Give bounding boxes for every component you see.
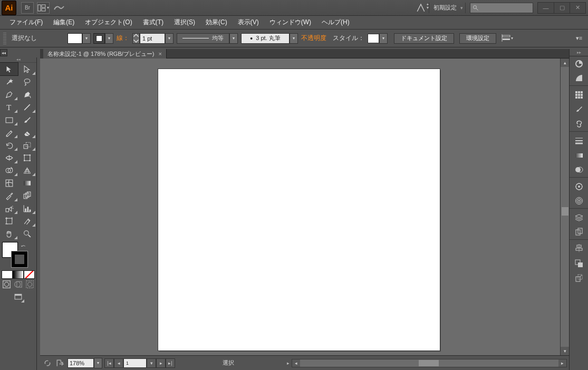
style-dd[interactable]: ▾ — [379, 33, 388, 44]
nav-next[interactable]: ▸ — [156, 358, 166, 368]
maximize-button[interactable]: ▢ — [554, 3, 570, 13]
stroke-profile[interactable]: 均等 — [177, 33, 229, 44]
type-tool[interactable]: T — [0, 101, 18, 113]
align-to-button[interactable]: ▾ — [502, 33, 513, 44]
artboard-tool[interactable] — [0, 215, 18, 227]
perspective-grid-tool[interactable] — [18, 164, 36, 177]
panel-swatches[interactable] — [570, 87, 588, 102]
panel-brushes[interactable] — [570, 102, 588, 117]
status-popup-icon[interactable]: ▸ — [287, 361, 290, 366]
stroke-weight-dd[interactable]: ▾ — [165, 33, 173, 44]
panel-appearance[interactable] — [570, 179, 588, 194]
panel-color[interactable] — [570, 56, 588, 71]
vertical-scrollbar[interactable]: ▴ ▾ — [560, 59, 569, 355]
status-link-icon[interactable] — [42, 358, 53, 368]
direct-selection-tool[interactable] — [18, 63, 36, 75]
fill-dropdown[interactable]: ▾ — [82, 33, 91, 44]
pencil-tool[interactable] — [0, 126, 18, 139]
hand-tool[interactable] — [0, 227, 18, 240]
canvas-area[interactable] — [40, 59, 560, 355]
magic-wand-tool[interactable] — [0, 75, 18, 88]
brush-dd[interactable]: ▾ — [290, 33, 298, 44]
document-tab[interactable]: 名称未設定-1 @ 178% (RGB/プレビュー) × — [43, 49, 167, 59]
hscroll-thumb[interactable] — [419, 360, 439, 366]
panel-pathfinder[interactable] — [570, 256, 588, 271]
menu-edit[interactable]: 編集(E) — [48, 16, 80, 29]
zoom-field[interactable]: 178% — [68, 358, 94, 368]
preferences-button[interactable]: 環境設定 — [459, 33, 496, 44]
panel-layers[interactable] — [570, 210, 588, 225]
paintbrush-tool[interactable] — [18, 113, 36, 126]
rectangle-tool[interactable] — [0, 113, 18, 126]
vscroll-thumb[interactable] — [562, 207, 568, 216]
panel-transparency[interactable] — [570, 163, 588, 178]
document-setup-button[interactable]: ドキュメント設定 — [394, 33, 454, 44]
close-button[interactable]: ✕ — [570, 3, 585, 13]
stroke-box[interactable] — [12, 251, 27, 267]
selection-tool[interactable] — [0, 63, 18, 75]
hscroll-left-icon[interactable]: ◂ — [292, 359, 300, 367]
hscroll-right-icon[interactable]: ▸ — [558, 359, 566, 367]
symbol-sprayer-tool[interactable] — [0, 202, 18, 215]
opacity-label[interactable]: 不透明度 — [301, 34, 326, 43]
column-graph-tool[interactable] — [18, 202, 36, 215]
collapse-left-strip[interactable]: ◂◂ — [0, 49, 7, 56]
rotate-tool[interactable] — [0, 139, 18, 151]
panel-symbols[interactable] — [570, 117, 588, 132]
artboard-number-field[interactable]: 1 — [123, 358, 147, 368]
panel-gradient[interactable] — [570, 148, 588, 163]
draw-inside[interactable] — [25, 280, 35, 288]
lasso-tool[interactable] — [18, 75, 36, 88]
control-grip[interactable] — [3, 33, 6, 44]
stroke-weight-field[interactable]: 1 pt — [140, 33, 165, 44]
search-field[interactable] — [470, 3, 533, 13]
style-swatch[interactable] — [368, 34, 379, 43]
width-tool[interactable] — [0, 151, 18, 164]
menu-effect[interactable]: 効果(C) — [200, 16, 233, 29]
status-export-icon[interactable] — [55, 358, 65, 368]
draw-behind[interactable] — [13, 280, 23, 288]
stroke-label[interactable]: 線： — [117, 34, 129, 43]
color-mode-none[interactable] — [24, 270, 35, 279]
arrange-docs-button[interactable]: ▾ — [37, 2, 50, 14]
horizontal-scrollbar[interactable]: ◂ ▸ — [292, 359, 567, 367]
eraser-tool[interactable] — [18, 126, 36, 139]
control-menu[interactable]: ▾≡ — [573, 33, 585, 44]
menu-file[interactable]: ファイル(F) — [4, 16, 48, 29]
bridge-button[interactable]: Br — [21, 2, 34, 14]
stroke-dropdown[interactable]: ▾ — [105, 33, 113, 44]
menu-type[interactable]: 書式(T) — [138, 16, 169, 29]
fill-swatch[interactable] — [68, 33, 82, 44]
menu-select[interactable]: 選択(S) — [169, 16, 200, 29]
slice-tool[interactable] — [18, 215, 36, 227]
zoom-dd[interactable]: ▾ — [94, 358, 102, 368]
panel-stroke[interactable] — [570, 133, 588, 148]
color-mode-solid[interactable] — [2, 270, 13, 279]
menu-view[interactable]: 表示(V) — [233, 16, 264, 29]
document-tab-close[interactable]: × — [158, 51, 161, 57]
curvature-tool[interactable] — [18, 88, 36, 101]
panel-graphic-styles[interactable] — [570, 194, 588, 209]
menu-window[interactable]: ウィンドウ(W) — [264, 16, 316, 29]
swap-fill-stroke-icon[interactable]: ⤺ — [21, 243, 25, 249]
nav-last[interactable]: ▸| — [166, 358, 175, 368]
menu-object[interactable]: オブジェクト(O) — [80, 16, 137, 29]
draw-normal[interactable] — [2, 280, 12, 288]
nav-dd[interactable]: ▾ — [147, 358, 156, 368]
fill-stroke-control[interactable]: ⤺ — [2, 242, 34, 269]
artboard[interactable] — [158, 69, 440, 350]
shape-builder-tool[interactable] — [0, 164, 18, 177]
nav-first[interactable]: |◂ — [104, 358, 114, 368]
free-transform-tool[interactable] — [18, 151, 36, 164]
stroke-swatch[interactable] — [93, 33, 105, 44]
blend-tool[interactable] — [18, 189, 36, 202]
tools-collapse[interactable]: ◂◂ — [0, 57, 36, 63]
nav-prev[interactable]: ◂ — [114, 358, 123, 368]
color-mode-gradient[interactable] — [13, 270, 24, 279]
stroke-weight-stepper[interactable] — [132, 33, 140, 44]
scroll-down-icon[interactable]: ▾ — [561, 347, 569, 355]
mesh-tool[interactable] — [0, 177, 18, 189]
menu-help[interactable]: ヘルプ(H) — [316, 16, 355, 29]
sync-button[interactable]: ✦ ▾ — [416, 2, 429, 14]
minimize-button[interactable]: — — [538, 3, 554, 13]
